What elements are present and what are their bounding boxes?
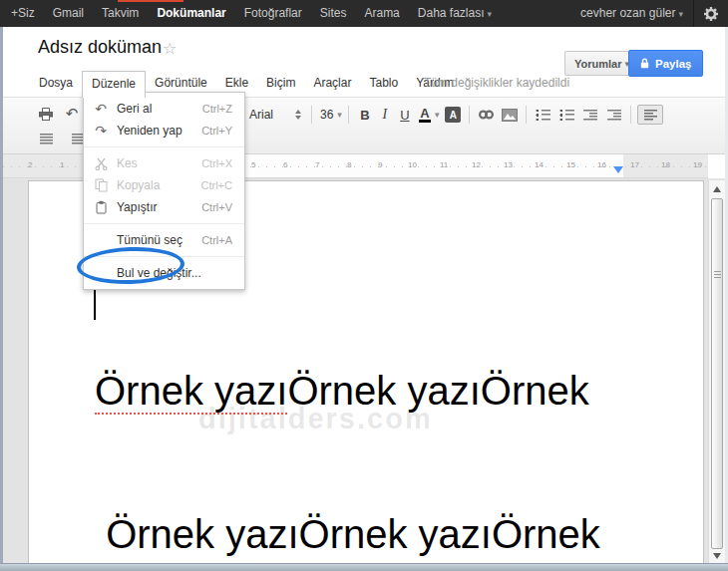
google-docs-window: +Siz Gmail Takvim Dokümanlar Fotoğraflar… bbox=[0, 0, 728, 571]
indent-icon[interactable] bbox=[604, 105, 624, 125]
menu-item-undo[interactable]: ↶ Geri al Ctrl+Z bbox=[84, 98, 244, 120]
ruler-number: 16 bbox=[597, 160, 606, 169]
topbar-link-search[interactable]: Arama bbox=[355, 0, 408, 27]
text-span: Örnek yazıÖrnek bbox=[287, 369, 588, 413]
share-label: Paylaş bbox=[655, 58, 691, 70]
google-topbar: +Siz Gmail Takvim Dokümanlar Fotoğraflar… bbox=[0, 0, 728, 27]
doc-header: Adsız doküman ☆ Yorumlar▾ Paylaş Dosya D… bbox=[0, 27, 728, 97]
font-family-select[interactable]: Arial bbox=[249, 108, 295, 122]
right-indent-marker[interactable] bbox=[613, 166, 623, 173]
window-frame-left bbox=[0, 27, 3, 571]
star-icon[interactable]: ☆ bbox=[163, 39, 177, 58]
menu-item-paste[interactable]: Yapıştır Ctrl+V bbox=[84, 196, 244, 218]
text-color-button[interactable]: A bbox=[415, 105, 435, 125]
lock-icon bbox=[640, 58, 649, 69]
menu-item-label: Kes bbox=[117, 156, 201, 170]
chevron-down-icon: ▾ bbox=[678, 9, 683, 19]
scrollbar-grip bbox=[714, 271, 721, 278]
menu-item-select-all[interactable]: Tümünü seç Ctrl+A bbox=[84, 229, 244, 251]
ruler-number: 17 bbox=[630, 160, 639, 169]
topbar-link-sites[interactable]: Sites bbox=[311, 0, 356, 27]
share-button[interactable]: Paylaş bbox=[628, 50, 703, 77]
menu-duzenle[interactable]: Düzenle bbox=[82, 71, 146, 98]
print-icon[interactable] bbox=[36, 104, 56, 124]
menu-araclar[interactable]: Araçlar bbox=[304, 71, 360, 96]
ruler-number: 10 bbox=[408, 160, 417, 169]
line-spacing-glyph bbox=[40, 134, 53, 144]
menu-item-shortcut: Ctrl+A bbox=[201, 234, 232, 246]
insert-link-icon[interactable] bbox=[476, 105, 496, 125]
scroll-down-icon[interactable] bbox=[713, 553, 721, 559]
menu-bicim[interactable]: Biçim bbox=[257, 71, 304, 96]
ruler-number: 5 bbox=[251, 160, 255, 169]
underline-button[interactable]: U bbox=[395, 105, 415, 125]
topbar-link-gmail[interactable]: Gmail bbox=[44, 0, 93, 27]
topbar-link-photos[interactable]: Fotoğraflar bbox=[235, 0, 311, 27]
scroll-up-icon[interactable] bbox=[713, 186, 721, 192]
ruler-number: 7 bbox=[315, 160, 319, 169]
menu-item-label: Geri al bbox=[117, 102, 202, 116]
chevron-down-icon: ▾ bbox=[488, 9, 493, 19]
menu-item-redo[interactable]: ↷ Yeniden yap Ctrl+Y bbox=[84, 120, 244, 142]
numbered-list-icon[interactable] bbox=[533, 105, 552, 125]
highlight-color-button[interactable]: A bbox=[443, 105, 463, 125]
ruler-number: 6 bbox=[283, 160, 287, 169]
chevron-down-icon[interactable]: ▾ bbox=[337, 110, 342, 120]
ruler-number: 18 bbox=[661, 160, 670, 169]
menu-item-copy[interactable]: Kopyala Ctrl+C bbox=[84, 174, 244, 196]
ruler-number: 11 bbox=[440, 160, 448, 169]
comments-label: Yorumlar bbox=[574, 58, 621, 70]
account-menu[interactable]: cevher ozan güler▾ bbox=[570, 0, 693, 28]
toolbar-separator bbox=[630, 106, 631, 124]
text-color-glyph: A bbox=[419, 107, 430, 123]
topbar-link-more[interactable]: Daha fazlası▾ bbox=[409, 0, 501, 28]
text-line: Örnek yazıÖrnek yazıÖrnek bbox=[95, 367, 703, 415]
menu-tablo[interactable]: Tablo bbox=[360, 71, 407, 96]
toolbar-format-controls: Arial 36 ▾ B I U A ▾ A bbox=[249, 104, 663, 126]
bullet-list-icon[interactable] bbox=[556, 105, 576, 125]
highlight-glyph: A bbox=[445, 107, 461, 123]
font-size-select[interactable]: 36 bbox=[320, 108, 333, 122]
menu-separator bbox=[84, 146, 244, 147]
topbar-right: cevher ozan güler▾ bbox=[570, 0, 728, 27]
menu-item-cut[interactable]: Kes Ctrl+X bbox=[84, 152, 244, 174]
insert-image-icon[interactable] bbox=[500, 105, 520, 125]
ruler-number: 13 bbox=[504, 160, 513, 169]
topbar-link-plus-you[interactable]: +Siz bbox=[2, 0, 44, 27]
menu-item-label: Yapıştır bbox=[117, 200, 201, 214]
doc-title[interactable]: Adsız doküman bbox=[38, 37, 162, 58]
bold-button[interactable]: B bbox=[355, 105, 375, 125]
menu-dosya[interactable]: Dosya bbox=[30, 71, 82, 96]
ruler-number: 19 bbox=[693, 160, 702, 169]
topbar-link-calendar[interactable]: Takvim bbox=[93, 0, 148, 27]
ruler-number: 15 bbox=[566, 160, 575, 169]
menu-item-label: Kopyala bbox=[117, 178, 201, 192]
outdent-icon[interactable] bbox=[580, 105, 600, 125]
copy-icon bbox=[93, 178, 109, 192]
ruler-number: 1 bbox=[60, 160, 64, 169]
chevron-down-icon[interactable]: ▾ bbox=[435, 110, 440, 120]
menu-item-shortcut: Ctrl+C bbox=[201, 179, 232, 191]
toolbar-separator bbox=[526, 106, 527, 124]
toolbar-separator bbox=[348, 106, 349, 124]
align-left-button[interactable] bbox=[637, 105, 663, 125]
gear-icon[interactable] bbox=[694, 0, 728, 27]
scrollbar-thumb[interactable] bbox=[711, 198, 723, 549]
menu-item-label: Tümünü seç bbox=[117, 233, 201, 247]
ruler-number: 14 bbox=[535, 160, 544, 169]
indent-glyph bbox=[607, 110, 621, 121]
ruler-number: 8 bbox=[347, 160, 351, 169]
window-frame-bottom bbox=[0, 563, 728, 571]
menu-separator bbox=[84, 223, 244, 224]
outdent-glyph bbox=[583, 110, 597, 121]
menu-item-shortcut: Ctrl+X bbox=[201, 157, 232, 169]
italic-button[interactable]: I bbox=[375, 105, 395, 125]
topbar-links: +Siz Gmail Takvim Dokümanlar Fotoğraflar… bbox=[0, 0, 501, 28]
align-left-glyph bbox=[644, 110, 657, 121]
line-spacing-icon[interactable] bbox=[36, 129, 56, 148]
topbar-link-documents[interactable]: Dokümanlar bbox=[148, 0, 234, 27]
vertical-scrollbar[interactable] bbox=[708, 180, 725, 563]
scissors-icon bbox=[93, 157, 109, 170]
font-family-spinner-icon[interactable] bbox=[295, 110, 301, 120]
undo-icon[interactable]: ↶ bbox=[62, 104, 82, 124]
